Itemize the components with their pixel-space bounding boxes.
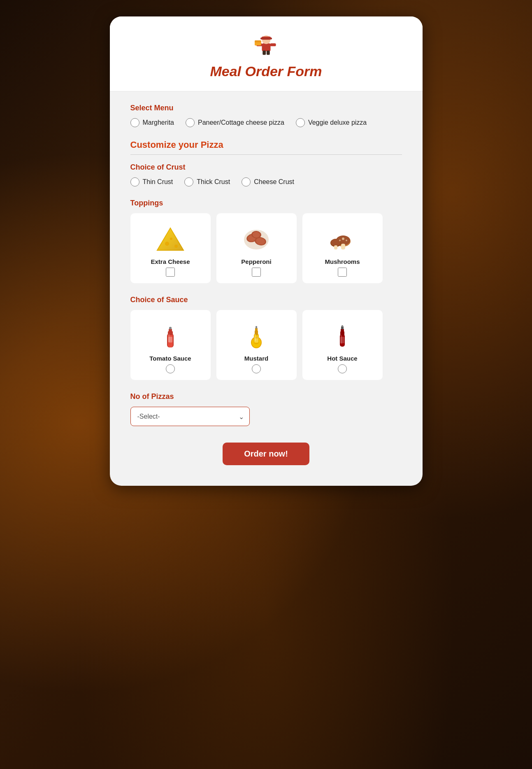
toppings-section: Toppings	[130, 199, 402, 283]
sauce-card-hot[interactable]: Hot Sauce	[302, 310, 383, 380]
menu-section-label: Select Menu	[130, 104, 402, 112]
hot-sauce-icon	[326, 322, 359, 351]
form-body: Select Menu Margherita Paneer/Cottage ch…	[110, 91, 423, 465]
svg-rect-3	[260, 37, 272, 39]
sauce-radio-hot[interactable]	[338, 364, 347, 373]
menu-option-paneer[interactable]: Paneer/Cottage cheese pizza	[186, 118, 284, 127]
sauce-name-tomato: Tomato Sauce	[149, 355, 191, 362]
menu-label-paneer: Paneer/Cottage cheese pizza	[198, 119, 284, 126]
svg-rect-44	[256, 326, 257, 329]
crust-section: Choice of Crust Thin Crust Thick Crust C…	[130, 163, 402, 186]
menu-section: Select Menu Margherita Paneer/Cottage ch…	[130, 104, 402, 127]
delivery-icon	[252, 30, 281, 58]
menu-radio-paneer[interactable]	[186, 118, 195, 127]
sauce-radio-tomato[interactable]	[166, 364, 175, 373]
pizzas-select-wrapper: -Select- 1 2 3 4 5 ⌄	[130, 407, 250, 426]
extra-cheese-icon	[154, 225, 187, 254]
svg-rect-35	[169, 327, 172, 329]
svg-point-13	[174, 245, 178, 248]
topping-name-mushrooms: Mushrooms	[325, 258, 360, 265]
menu-label-veggie: Veggie deluxe pizza	[308, 119, 367, 126]
svg-rect-55	[341, 335, 342, 344]
crust-radio-thick[interactable]	[184, 177, 193, 186]
sauce-name-hot: Hot Sauce	[327, 355, 357, 362]
menu-option-margherita[interactable]: Margherita	[130, 118, 174, 127]
menu-option-veggie[interactable]: Veggie deluxe pizza	[296, 118, 367, 127]
sauce-card-tomato[interactable]: Tomato Sauce	[130, 310, 211, 380]
topping-name-extra-cheese: Extra Cheese	[151, 258, 190, 265]
sauce-section: Choice of Sauce	[130, 296, 402, 380]
menu-radio-group: Margherita Paneer/Cottage cheese pizza V…	[130, 118, 402, 127]
sauce-card-mustard[interactable]: Mustard	[216, 310, 297, 380]
topping-checkbox-pepperoni[interactable]	[252, 268, 261, 277]
pizzas-section: No of Pizzas -Select- 1 2 3 4 5 ⌄	[130, 392, 402, 426]
customize-divider	[130, 154, 402, 155]
crust-option-thick[interactable]: Thick Crust	[184, 177, 230, 186]
svg-point-12	[165, 242, 169, 246]
form-card: Meal Order Form Select Menu Margherita P…	[110, 16, 423, 486]
sauce-radio-mustard[interactable]	[252, 364, 261, 373]
crust-label-thick: Thick Crust	[197, 178, 230, 186]
mustard-icon	[240, 322, 273, 351]
svg-rect-9	[266, 51, 269, 55]
crust-label-cheese: Cheese Crust	[254, 178, 294, 186]
topping-checkbox-extra-cheese[interactable]	[166, 268, 175, 277]
svg-rect-37	[168, 334, 170, 342]
tomato-sauce-icon	[154, 322, 187, 351]
topping-card-extra-cheese[interactable]: Extra Cheese	[130, 213, 211, 283]
svg-point-26	[331, 239, 341, 246]
topping-checkbox-mushrooms[interactable]	[338, 268, 347, 277]
pizzas-label: No of Pizzas	[130, 392, 402, 401]
svg-point-28	[342, 238, 344, 240]
svg-point-30	[339, 240, 341, 241]
crust-label-thin: Thin Crust	[143, 178, 173, 186]
crust-radio-group: Thin Crust Thick Crust Cheese Crust	[130, 177, 402, 186]
menu-radio-veggie[interactable]	[296, 118, 305, 127]
toppings-label: Toppings	[130, 199, 402, 207]
svg-rect-47	[255, 334, 256, 341]
crust-radio-cheese[interactable]	[242, 177, 251, 186]
crust-section-label: Choice of Crust	[130, 163, 402, 172]
crust-radio-thin[interactable]	[130, 177, 139, 186]
toppings-grid: Extra Cheese	[130, 213, 402, 283]
svg-point-14	[170, 238, 172, 240]
form-title: Meal Order Form	[126, 63, 406, 79]
menu-label-margherita: Margherita	[143, 119, 174, 126]
svg-rect-8	[263, 51, 266, 55]
order-button-wrap: Order now!	[130, 443, 402, 465]
crust-option-cheese[interactable]: Cheese Crust	[242, 177, 294, 186]
svg-rect-7	[270, 43, 276, 46]
customize-title: Customize your Pizza	[130, 140, 402, 150]
topping-name-pepperoni: Pepperoni	[241, 258, 271, 265]
menu-radio-margherita[interactable]	[130, 118, 139, 127]
svg-rect-53	[342, 325, 343, 327]
pizzas-select[interactable]: -Select- 1 2 3 4 5	[130, 407, 250, 426]
svg-rect-24	[341, 244, 345, 249]
svg-point-29	[346, 240, 347, 241]
svg-rect-27	[334, 245, 337, 249]
pepperoni-icon	[240, 225, 273, 254]
topping-card-mushrooms[interactable]: Mushrooms	[302, 213, 383, 283]
crust-option-thin[interactable]: Thin Crust	[130, 177, 173, 186]
svg-rect-0	[262, 43, 270, 51]
sauce-grid: Tomato Sauce	[130, 310, 402, 380]
mushrooms-icon	[326, 225, 359, 254]
order-now-button[interactable]: Order now!	[223, 443, 309, 465]
sauce-section-label: Choice of Sauce	[130, 296, 402, 304]
sauce-name-mustard: Mustard	[244, 355, 268, 362]
customize-header: Customize your Pizza	[130, 140, 402, 155]
form-header: Meal Order Form	[110, 16, 423, 91]
svg-rect-6	[255, 40, 261, 42]
topping-card-pepperoni[interactable]: Pepperoni	[216, 213, 297, 283]
